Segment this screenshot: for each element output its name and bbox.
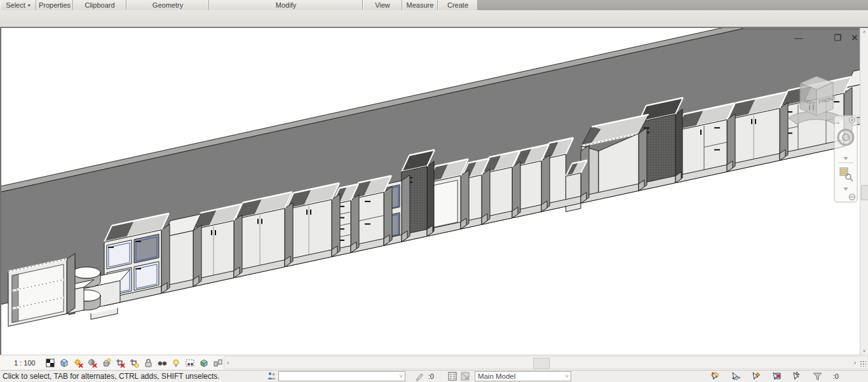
active-workset-combo[interactable]: Main Model ˅ xyxy=(475,371,571,381)
view-restore-button[interactable]: ❐ xyxy=(831,33,844,44)
select-pinned-icon[interactable] xyxy=(750,371,763,382)
cabinet-door2[interactable] xyxy=(286,183,340,266)
view-minimize-button[interactable]: — xyxy=(792,33,806,44)
temporary-view-properties-icon[interactable] xyxy=(184,357,196,368)
drawing-area[interactable]: LEFT FRONT xyxy=(0,27,868,355)
design-options-combo[interactable]: ˅ xyxy=(278,371,405,381)
resize-grip xyxy=(860,360,866,367)
ribbon-collapsed-area xyxy=(0,10,868,27)
scroll-up-icon[interactable]: ˄ xyxy=(860,28,868,36)
cabinet-door2[interactable] xyxy=(728,92,788,172)
ribbon-panel-properties[interactable]: Properties xyxy=(36,0,73,10)
ribbon-panel-measure[interactable]: Measure xyxy=(402,0,438,10)
scroll-left-icon[interactable]: ‹ xyxy=(227,358,229,368)
revit-application-window: Select▾PropertiesClipboardGeometryModify… xyxy=(0,0,868,382)
displacement-sets-icon[interactable] xyxy=(212,357,224,368)
ribbon-panel-clipboard[interactable]: Clipboard xyxy=(73,0,126,10)
locked-orientation-icon[interactable] xyxy=(142,357,154,368)
ribbon-panel-modify[interactable]: Modify xyxy=(209,0,363,10)
analytical-model-icon[interactable] xyxy=(198,357,210,368)
rendering-dialog-icon[interactable] xyxy=(100,357,112,368)
visual-style-icon[interactable] xyxy=(58,357,71,368)
ribbon-panel-label: Modify xyxy=(276,1,296,9)
reveal-hidden-elements-icon[interactable] xyxy=(170,357,182,368)
select-links-icon[interactable] xyxy=(710,371,722,382)
chevron-down-icon: ▾ xyxy=(28,3,31,8)
shadows-off-icon[interactable] xyxy=(86,357,98,368)
navigation-bar[interactable] xyxy=(834,116,857,202)
close-icon[interactable] xyxy=(850,118,855,123)
select-by-face-off-icon[interactable] xyxy=(771,371,783,382)
ribbon-panel-label: Measure xyxy=(407,1,434,9)
drag-on-selection-icon[interactable] xyxy=(791,371,804,382)
sun-path-off-icon[interactable] xyxy=(72,357,85,368)
3d-view-scene[interactable]: LEFT FRONT xyxy=(1,28,868,355)
selection-filter-icon[interactable] xyxy=(811,371,824,382)
cabinet-doordrawer[interactable] xyxy=(676,103,735,182)
detail-level-icon[interactable] xyxy=(44,357,57,368)
design-options-icon[interactable] xyxy=(266,371,278,382)
temporary-hide-isolate-icon[interactable] xyxy=(156,357,168,368)
editing-requests-count: :0 xyxy=(428,372,434,380)
status-bar: Click to select, TAB for alternates, CTR… xyxy=(0,370,868,382)
editing-requests-icon[interactable] xyxy=(414,371,427,382)
vertical-scrollbar-thumb[interactable] xyxy=(861,185,868,200)
cabinet-door2[interactable] xyxy=(235,192,293,278)
active-workset-value: Main Model xyxy=(478,372,515,380)
crop-view-off-icon[interactable] xyxy=(114,357,126,368)
selection-filter-count: :0 xyxy=(833,372,839,380)
show-crop-region-off-icon[interactable] xyxy=(128,357,140,368)
ribbon-panel-label: Create xyxy=(447,1,468,9)
chevron-down-icon: ˅ xyxy=(566,373,569,379)
ribbon-panel-create[interactable]: Create xyxy=(438,0,478,10)
ribbon-panel-select[interactable]: Select▾ xyxy=(0,0,36,10)
cabinet-cornerang[interactable] xyxy=(581,114,649,203)
editable-only-icon[interactable] xyxy=(459,371,472,382)
chevron-down-icon: ˅ xyxy=(399,373,402,379)
scroll-right-icon[interactable]: › xyxy=(854,358,856,368)
horizontal-scrollbar[interactable]: ‹ › xyxy=(224,356,868,369)
worksets-dialog-icon[interactable] xyxy=(447,371,459,382)
status-message: Click to select, TAB for alternates, CTR… xyxy=(3,372,220,381)
vertical-scrollbar[interactable]: ˄ ˅ xyxy=(860,28,868,355)
ribbon-panel-view[interactable]: View xyxy=(363,0,402,10)
ribbon-panel-label: Select xyxy=(6,1,25,9)
ribbon-panel-label: Geometry xyxy=(153,1,183,9)
ribbon-panel-label: Clipboard xyxy=(85,1,114,9)
ribbon-panel-label: Properties xyxy=(39,1,71,9)
select-underlay-icon[interactable] xyxy=(730,371,743,382)
horizontal-scrollbar-thumb[interactable] xyxy=(533,358,550,369)
view-scale-button[interactable]: 1 : 100 xyxy=(14,359,36,367)
ribbon-panel-geometry[interactable]: Geometry xyxy=(126,0,209,10)
ribbon-panel-label: View xyxy=(375,1,390,9)
ribbon-empty-area xyxy=(478,0,868,10)
ribbon-panel-bar: Select▾PropertiesClipboardGeometryModify… xyxy=(0,0,868,10)
